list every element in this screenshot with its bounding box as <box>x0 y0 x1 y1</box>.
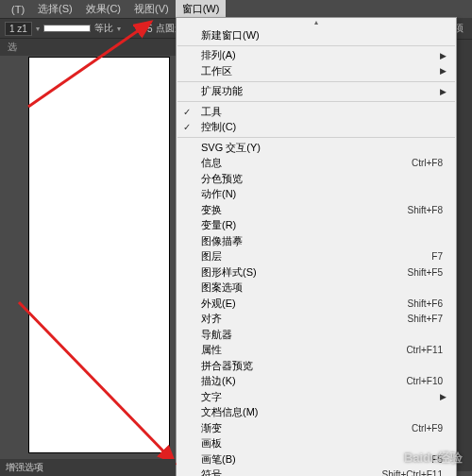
menu-shortcut: Shift+Ctrl+F11 <box>382 469 448 476</box>
menu-item[interactable]: 图层F7 <box>177 249 456 265</box>
submenu-arrow-icon: ▶ <box>440 87 448 96</box>
menu-shortcut: F5 <box>431 454 448 465</box>
menu-item[interactable]: 符号Shift+Ctrl+F11 <box>177 468 456 477</box>
menu-item-label: 工作区 <box>201 64 232 78</box>
menu-item-label: 控制(C) <box>201 120 236 134</box>
menu-item-label: 工具 <box>201 105 222 119</box>
menu-separator <box>177 45 455 46</box>
check-icon: ✓ <box>183 122 191 132</box>
menu-shortcut: Ctrl+F10 <box>406 376 448 386</box>
menu-item[interactable]: 文字▶ <box>177 389 456 405</box>
menu-item-label: 变换 <box>201 203 222 217</box>
menu-item[interactable]: 排列(A)▶ <box>177 48 456 64</box>
menu-separator <box>177 101 455 102</box>
menu-item[interactable]: 对齐Shift+F7 <box>177 312 456 328</box>
menu-separator <box>177 137 455 138</box>
chevron-down-icon[interactable]: ▾ <box>117 25 121 33</box>
menu-separator <box>177 81 455 82</box>
status-label: 增强选项 <box>6 462 43 472</box>
check-icon: ✓ <box>183 107 191 117</box>
menu-effect[interactable]: 效果(C) <box>79 0 127 18</box>
window-menu-dropdown: ▴ 新建窗口(W)排列(A)▶工作区▶扩展功能▶✓工具✓控制(C)SVG 交互(… <box>176 17 457 476</box>
menu-item-label: 对齐 <box>201 312 222 326</box>
menu-item-label: 分色预览 <box>201 172 243 186</box>
menu-item[interactable]: 扩展功能▶ <box>177 84 456 100</box>
stroke-label: 等比 <box>94 22 113 35</box>
menu-item[interactable]: 渐变Ctrl+F9 <box>177 420 456 436</box>
menu-item-label: 信息 <box>201 156 222 170</box>
menu-select[interactable]: 选择(S) <box>31 0 79 18</box>
points-field[interactable]: 5 <box>147 24 153 34</box>
menu-item-label: 图层 <box>201 249 222 264</box>
menu-item-label: 扩展功能 <box>201 84 243 98</box>
submenu-arrow-icon: ▶ <box>440 51 448 60</box>
menu-shortcut: Ctrl+F11 <box>406 345 448 355</box>
menu-item[interactable]: 变换Shift+F8 <box>177 202 456 218</box>
menu-item-label: 符号 <box>201 468 222 476</box>
menu-item[interactable]: 变量(R) <box>177 218 456 234</box>
menu-window[interactable]: 窗口(W) <box>176 0 227 18</box>
scroll-up-icon[interactable]: ▴ <box>177 18 456 27</box>
menu-item[interactable]: 图案选项 <box>177 280 456 297</box>
menu-t[interactable]: (T) <box>5 2 31 17</box>
menu-item-label: 外观(E) <box>201 297 236 311</box>
menu-item-label: 画板 <box>201 436 222 450</box>
menu-item-label: 排列(A) <box>201 48 236 62</box>
menu-item-label: 文字 <box>201 390 222 404</box>
menu-shortcut: Shift+F6 <box>407 298 448 309</box>
menu-shortcut: Ctrl+F9 <box>412 423 448 434</box>
stroke-preview <box>43 25 91 32</box>
menu-item[interactable]: 图像描摹 <box>177 233 456 249</box>
menu-item-label: 图形样式(S) <box>201 265 257 280</box>
zoom-field[interactable]: 1 z1 <box>5 22 32 36</box>
menu-item[interactable]: ✓控制(C) <box>177 120 456 136</box>
menu-item[interactable]: 外观(E)Shift+F6 <box>177 296 456 312</box>
menu-item-label: 描边(K) <box>201 374 236 388</box>
menu-item[interactable]: SVG 交互(Y) <box>177 140 456 156</box>
menu-item-label: 导航器 <box>201 328 232 342</box>
menu-item-label: 图像描摹 <box>201 234 243 248</box>
menu-item[interactable]: 画板 <box>177 436 456 452</box>
menu-item[interactable]: 图形样式(S)Shift+F5 <box>177 264 456 280</box>
menu-item[interactable]: ✓工具 <box>177 104 456 120</box>
menu-item[interactable]: 导航器 <box>177 327 456 343</box>
menu-shortcut: Ctrl+F8 <box>412 158 448 168</box>
menu-item-label: 拼合器预览 <box>201 359 253 373</box>
menu-item[interactable]: 画笔(B)F5 <box>177 451 456 468</box>
menu-item[interactable]: 文档信息(M) <box>177 405 456 421</box>
menu-item[interactable]: 描边(K)Ctrl+F10 <box>177 374 456 390</box>
submenu-arrow-icon: ▶ <box>440 66 448 76</box>
chevron-down-icon[interactable]: ▾ <box>36 25 40 33</box>
tab-label[interactable]: 选 <box>8 42 17 52</box>
menu-item-label: 属性 <box>201 343 222 357</box>
menu-shortcut: Shift+F5 <box>407 267 448 278</box>
menu-item-label: 渐变 <box>201 421 222 435</box>
menu-item[interactable]: 分色预览 <box>177 171 456 187</box>
menu-item[interactable]: 工作区▶ <box>177 63 456 79</box>
menu-item-label: 动作(N) <box>201 187 236 201</box>
menu-item[interactable]: 动作(N) <box>177 187 456 203</box>
menu-item[interactable]: 信息Ctrl+F8 <box>177 156 456 172</box>
menu-item[interactable]: 属性Ctrl+F11 <box>177 343 456 359</box>
menu-item-label: 新建窗口(W) <box>201 28 260 42</box>
status-bar: 增强选项 <box>0 459 176 476</box>
menu-shortcut: F7 <box>431 251 448 262</box>
menu-item[interactable]: 拼合器预览 <box>177 358 456 374</box>
menu-item-label: 画笔(B) <box>201 452 236 467</box>
menu-item-label: 文档信息(M) <box>201 405 259 419</box>
submenu-arrow-icon: ▶ <box>440 392 448 401</box>
menu-item[interactable]: 新建窗口(W) <box>177 27 456 43</box>
menu-item-label: SVG 交互(Y) <box>201 141 261 155</box>
menu-item-label: 变量(R) <box>201 218 236 232</box>
menu-shortcut: Shift+F8 <box>407 205 448 215</box>
menu-item-label: 图案选项 <box>201 280 243 295</box>
menubar: (T) 选择(S) 效果(C) 视图(V) 窗口(W) <box>0 0 472 18</box>
canvas[interactable] <box>28 57 170 453</box>
menu-view[interactable]: 视图(V) <box>127 0 176 18</box>
menu-shortcut: Shift+F7 <box>407 314 448 324</box>
